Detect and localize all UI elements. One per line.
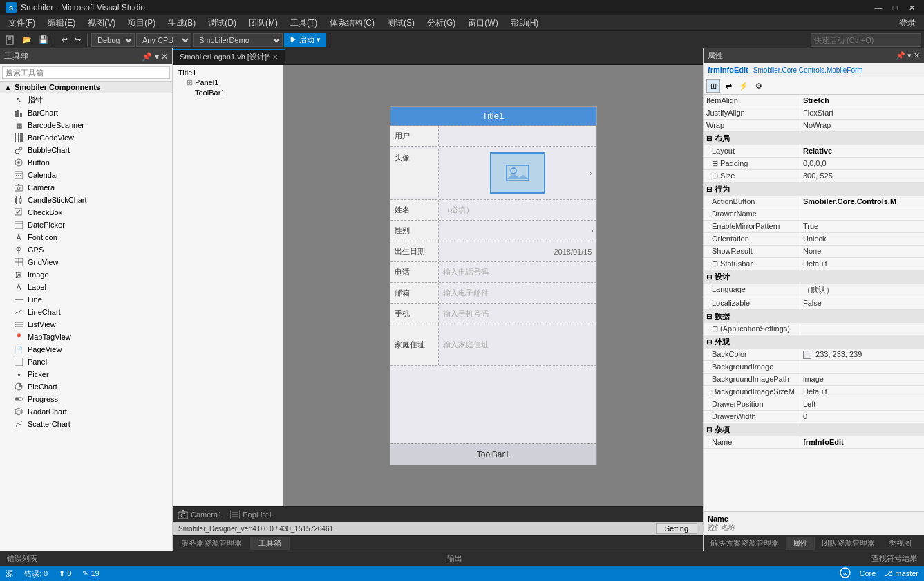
toolbox-item-calendar[interactable]: Calendar <box>0 169 172 181</box>
tree-item-title1[interactable]: Title1 <box>176 68 280 77</box>
menu-analyze[interactable]: 分析(G) <box>422 16 461 30</box>
toolbox-pin[interactable]: 📌 ▾ ✕ <box>142 52 168 62</box>
toolbox-item-candlestickchart[interactable]: CandleStickChart <box>0 194 172 206</box>
props-events-btn[interactable]: ⚡ <box>737 79 751 93</box>
toolbox-item-fonticon[interactable]: A FontIcon <box>0 231 172 243</box>
open-btn[interactable]: 📂 <box>19 35 35 45</box>
toolbox-item-piechart[interactable]: PieChart <box>0 380 172 393</box>
toolbox-item-pageview[interactable]: 📄 PageView <box>0 343 172 356</box>
props-tab-classview[interactable]: 类视图 <box>882 537 918 550</box>
toolbox-item-maptagview[interactable]: 📍 MapTagView <box>0 331 172 343</box>
prop-value-backcolor[interactable]: 233, 233, 239 <box>800 349 924 360</box>
prop-value-padding[interactable]: 0,0,0,0 <box>800 158 924 169</box>
quick-search-input[interactable] <box>811 33 921 47</box>
toolbox-item-listview[interactable]: ListView <box>0 318 172 331</box>
prop-value-language[interactable]: （默认） <box>800 284 924 297</box>
props-tab-team[interactable]: 团队资源管理器 <box>815 537 882 550</box>
prop-value-actionbutton[interactable]: Smobiler.Core.Controls.M <box>800 196 924 208</box>
menu-debug[interactable]: 调试(D) <box>202 16 242 30</box>
project-dropdown[interactable]: SmobilerDemo <box>193 33 283 47</box>
toolbox-category-smobiler[interactable]: ▲ Smobiler Componnents <box>0 82 172 93</box>
menu-view[interactable]: 视图(V) <box>82 16 121 30</box>
menu-tools[interactable]: 工具(T) <box>285 16 323 30</box>
prop-value-showresult[interactable]: None <box>800 246 924 257</box>
camera1-item[interactable]: Camera1 <box>178 510 222 519</box>
window-controls[interactable]: — □ ✕ <box>871 2 918 13</box>
bottom-tab-server-explorer[interactable]: 服务器资源管理器 <box>173 537 250 550</box>
toolbox-item-pointer[interactable]: ↖ 指针 <box>0 93 172 107</box>
menu-build[interactable]: 生成(B) <box>162 16 201 30</box>
toolbox-item-picker[interactable]: ▾ Picker <box>0 368 172 380</box>
field-value-mobile[interactable]: 输入手机号码 <box>439 304 596 324</box>
menu-window[interactable]: 窗口(W) <box>462 16 503 30</box>
menu-edit[interactable]: 编辑(E) <box>42 16 81 30</box>
menu-file[interactable]: 文件(F) <box>3 16 41 30</box>
menu-test[interactable]: 测试(S) <box>381 16 420 30</box>
prop-value-wrap[interactable]: NoWrap <box>800 120 924 131</box>
bottom-tab-toolbox[interactable]: 工具箱 <box>250 537 290 550</box>
prop-value-bgimagesize[interactable]: Default <box>800 386 924 398</box>
prop-value-itemalign[interactable]: Stretch <box>800 95 924 107</box>
debug-mode-dropdown[interactable]: Debug <box>91 33 135 47</box>
undo-btn[interactable]: ↩ <box>59 35 70 45</box>
save-btn[interactable]: 💾 <box>36 35 51 45</box>
prop-value-statusbar[interactable]: Default <box>800 258 924 270</box>
prop-value-justifyalign[interactable]: FlexStart <box>800 107 924 119</box>
maximize-btn[interactable]: □ <box>888 2 902 13</box>
field-value-address[interactable]: 输入家庭住址 <box>439 324 596 365</box>
toolbox-item-gridview[interactable]: GridView <box>0 256 172 268</box>
prop-value-bgimagepath[interactable]: image <box>800 374 924 385</box>
prop-value-localizable[interactable]: False <box>800 297 924 309</box>
toolbox-item-button[interactable]: Button <box>0 156 172 169</box>
menu-login[interactable]: 登录 <box>894 16 921 30</box>
toolbox-item-label[interactable]: A Label <box>0 281 172 293</box>
field-value-avatar[interactable]: › <box>439 147 596 199</box>
toolbox-item-line[interactable]: Line <box>0 293 172 306</box>
tree-item-toolbar1[interactable]: ToolBar1 <box>176 88 280 98</box>
props-settings-btn[interactable]: ⚙ <box>752 79 766 93</box>
toolbox-item-panel[interactable]: Panel <box>0 356 172 368</box>
props-alphabetic-btn[interactable]: ⇌ <box>722 79 735 93</box>
props-category-data[interactable]: ⊟ 数据 <box>704 310 924 323</box>
prop-value-drawerpos[interactable]: Left <box>800 398 924 410</box>
props-categorized-btn[interactable]: ⊞ <box>706 79 720 93</box>
toolbox-item-camera[interactable]: Camera <box>0 181 172 194</box>
prop-value-drawerwidth[interactable]: 0 <box>800 411 924 423</box>
field-value-phone[interactable]: 输入电话号码 <box>439 262 596 282</box>
menu-team[interactable]: 团队(M) <box>243 16 283 30</box>
run-button[interactable]: ▶ 启动 ▾ <box>284 33 326 47</box>
editor-tab-active[interactable]: SmobilerLogon1.vb [设计]* ✕ <box>173 49 285 64</box>
toolbox-item-checkbox[interactable]: CheckBox <box>0 206 172 219</box>
platform-dropdown[interactable]: Any CPU <box>136 33 191 47</box>
prop-value-enablemirror[interactable]: True <box>800 221 924 232</box>
props-category-layout[interactable]: ⊟ 布局 <box>704 132 924 145</box>
toolbox-item-barchart[interactable]: BarChart <box>0 107 172 119</box>
prop-value-layout[interactable]: Relative <box>800 145 924 157</box>
props-tab-properties[interactable]: 属性 <box>786 537 815 550</box>
props-category-design[interactable]: ⊟ 设计 <box>704 270 924 284</box>
prop-value-name[interactable]: frmInfoEdit <box>800 436 924 448</box>
bottom-error-tab[interactable]: 错误列表 <box>0 553 44 564</box>
field-value-name[interactable]: （必填） <box>439 200 596 220</box>
poplist1-item[interactable]: PopList1 <box>230 510 272 519</box>
toolbox-item-gps[interactable]: GPS <box>0 243 172 256</box>
props-tab-solution[interactable]: 解决方案资源管理器 <box>704 537 786 550</box>
props-category-appearance[interactable]: ⊟ 外观 <box>704 335 924 349</box>
field-value-birthday[interactable]: 2018/01/15 <box>439 241 596 261</box>
toolbox-item-linechart[interactable]: LineChart <box>0 306 172 318</box>
toolbox-item-bubblechart[interactable]: BubbleChart <box>0 144 172 156</box>
menu-project[interactable]: 项目(P) <box>122 16 161 30</box>
minimize-btn[interactable]: — <box>871 2 885 13</box>
toolbox-item-barcodeview[interactable]: BarCodeView <box>0 131 172 144</box>
close-btn[interactable]: ✕ <box>905 2 918 13</box>
prop-value-drawername[interactable] <box>800 208 924 220</box>
bottom-output-tab[interactable]: 输出 <box>440 553 469 564</box>
toolbox-item-scatterchart[interactable]: ScatterChart <box>0 418 172 430</box>
props-object-selector[interactable]: frmInfoEdit Smobiler.Core.Controls.Mobil… <box>704 63 924 77</box>
tree-item-panel1[interactable]: ⊞ Panel1 <box>176 77 280 88</box>
menu-help[interactable]: 帮助(H) <box>505 16 545 30</box>
prop-value-orientation[interactable]: Unlock <box>800 233 924 245</box>
prop-value-size[interactable]: 300, 525 <box>800 170 924 182</box>
tab-close-btn[interactable]: ✕ <box>272 53 278 61</box>
avatar-image-box[interactable] <box>490 152 545 194</box>
